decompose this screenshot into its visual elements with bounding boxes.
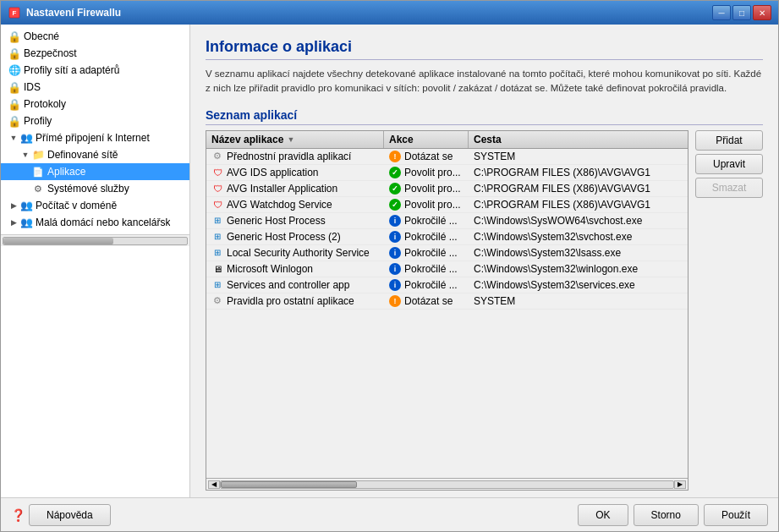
cell-action: i Pokročilé ... (384, 245, 469, 261)
table-row[interactable]: 🛡 AVG Watchdog Service ✓ Povolit pro... … (206, 197, 688, 213)
table-body[interactable]: ⚙ Přednostní pravidla aplikací ! Dotázat… (206, 149, 688, 479)
sidebar-item-obecne[interactable]: 🔒 Obecné (1, 28, 189, 45)
storno-button[interactable]: Storno (634, 504, 699, 526)
scroll-right-btn[interactable]: ▶ (674, 480, 686, 489)
main-window: F Nastavení Firewallu ─ □ ✕ 🔒 Obecné (0, 0, 779, 532)
close-button[interactable]: ✕ (753, 5, 771, 20)
table-row[interactable]: ⊞ Services and controller app i Pokročil… (206, 277, 688, 293)
windows-icon: ⊞ (211, 279, 223, 291)
cell-name: 🛡 AVG Installer Application (206, 181, 384, 196)
sidebar-item-label: Obecné (24, 30, 59, 42)
cell-name: 🛡 AVG Watchdog Service (206, 197, 384, 212)
col-path[interactable]: Cesta (469, 131, 688, 148)
sidebar-wrapper: 🔒 Obecné 🔒 Bezpečnost 🌐 Profily sítí a a… (1, 25, 190, 497)
applications-table: Název aplikace ▼ Akce Cesta (206, 130, 688, 491)
title-bar: F Nastavení Firewallu ─ □ ✕ (1, 1, 778, 25)
cell-action: ✓ Povolit pro... (384, 197, 469, 212)
sidebar-item-label: Bezpečnost (24, 47, 77, 59)
table-row[interactable]: ⚙ Přednostní pravidla aplikací ! Dotázat… (206, 149, 688, 165)
cell-path: C:\PROGRAM FILES (X86)\AVG\AVG1 (469, 181, 688, 196)
buttons-panel: Přidat Upravit Smazat (695, 130, 763, 491)
cell-path: C:\Windows\System32\lsass.exe (469, 245, 688, 261)
sidebar-item-definovane[interactable]: ▼ 📁 Definované sítě (1, 146, 189, 163)
upravit-button[interactable]: Upravit (695, 154, 763, 174)
sidebar-item-label: IDS (24, 81, 41, 93)
sidebar-item-bezpecnost[interactable]: 🔒 Bezpečnost (1, 45, 189, 62)
windows-icon: ⊞ (211, 231, 223, 243)
ok-button[interactable]: OK (578, 504, 628, 526)
sidebar-item-pocitac[interactable]: ▶ 👥 Počítač v doméně (1, 197, 189, 214)
sidebar-item-label: Profily (24, 115, 52, 127)
sidebar-item-label: Přímé připojení k Internet (36, 132, 150, 144)
sidebar-item-profily-siti[interactable]: 🌐 Profily sítí a adaptérů (1, 62, 189, 79)
cell-action: ✓ Povolit pro... (384, 165, 469, 180)
sidebar-item-protokoly[interactable]: 🔒 Protokoly (1, 96, 189, 112)
help-icon: ❓ (11, 508, 25, 522)
settings-icon: ⚙ (211, 295, 223, 307)
cell-action: i Pokročilé ... (384, 277, 469, 293)
maximize-button[interactable]: □ (732, 5, 751, 20)
network-icon: 🌐 (8, 63, 21, 77)
smazat-button[interactable]: Smazat (695, 178, 763, 198)
table-row[interactable]: 🖥 Microsoft Winlogon i Pokročilé ... C:\… (206, 261, 688, 277)
shield-icon: 🔒 (8, 97, 21, 111)
person-expand-icon: 👥 (19, 131, 33, 145)
avg-icon: 🛡 (211, 167, 223, 178)
cell-name: ⊞ Generic Host Process (2) (206, 229, 384, 244)
avg-icon: 🛡 (211, 183, 223, 195)
cell-path: C:\Windows\System32\winlogon.exe (469, 261, 688, 277)
sidebar-item-label: Počítač v doméně (36, 200, 117, 211)
napoveda-button[interactable]: Nápověda (29, 504, 111, 526)
sidebar-item-label: Malá domácí nebo kancelářsk (36, 217, 170, 228)
sidebar-item-prime[interactable]: ▼ 👥 Přímé připojení k Internet (1, 129, 189, 146)
cell-path: C:\PROGRAM FILES (X86)\AVG\AVG1 (469, 197, 688, 212)
sidebar-scrollbar[interactable] (1, 234, 189, 246)
shield-icon: 🔒 (8, 114, 21, 128)
sidebar-item-label: Systémové služby (47, 183, 129, 195)
list-section-title: Seznam aplikací (206, 108, 763, 125)
cell-path: C:\PROGRAM FILES (X86)\AVG\AVG1 (469, 165, 688, 180)
minimize-button[interactable]: ─ (712, 5, 731, 20)
footer-left: ❓ Nápověda (11, 504, 111, 526)
col-action[interactable]: Akce (384, 131, 469, 148)
table-h-scrollbar-area[interactable]: ◀ ▶ (206, 478, 688, 490)
windows-icon: ⊞ (211, 247, 223, 259)
cell-action: ✓ Povolit pro... (384, 181, 469, 196)
table-row[interactable]: ⚙ Pravidla pro ostatní aplikace ! Dotáza… (206, 293, 688, 310)
h-scrollbar-thumb[interactable] (221, 481, 357, 488)
table-row[interactable]: ⊞ Generic Host Process (2) i Pokročilé .… (206, 229, 688, 245)
cell-action: i Pokročilé ... (384, 213, 469, 228)
shield-icon: 🔒 (8, 30, 21, 43)
table-row[interactable]: 🛡 AVG IDS application ✓ Povolit pro... C… (206, 165, 688, 181)
pridat-button[interactable]: Přidat (695, 130, 763, 151)
table-row[interactable]: 🛡 AVG Installer Application ✓ Povolit pr… (206, 181, 688, 197)
person-icon: 👥 (19, 199, 33, 212)
pouzit-button[interactable]: Použít (704, 504, 768, 526)
title-bar-left: F Nastavení Firewallu (8, 6, 121, 19)
sidebar-item-systemove[interactable]: ⚙ Systémové služby (1, 180, 189, 197)
action-icon: ! (389, 295, 401, 307)
sidebar-item-ids[interactable]: 🔒 IDS (1, 79, 189, 96)
cell-name: ⊞ Local Security Authority Service (206, 245, 384, 261)
action-icon: i (389, 263, 401, 275)
table-row[interactable]: ⊞ Local Security Authority Service i Pok… (206, 245, 688, 261)
table-and-buttons: Název aplikace ▼ Akce Cesta (206, 130, 763, 491)
scroll-left-btn[interactable]: ◀ (208, 480, 220, 489)
action-icon: ! (389, 151, 401, 162)
sidebar-item-mala[interactable]: ▶ 👥 Malá domácí nebo kancelářsk (1, 214, 189, 231)
main-panel: Informace o aplikaci V seznamu aplikací … (190, 25, 778, 497)
sidebar-item-aplikace[interactable]: 📄 Aplikace (1, 163, 189, 180)
sidebar-item-label: Aplikace (47, 166, 85, 178)
table-row[interactable]: ⊞ Generic Host Process i Pokročilé ... C… (206, 213, 688, 229)
window-icon: F (8, 6, 21, 19)
col-name[interactable]: Název aplikace ▼ (206, 131, 384, 148)
expand-icon: ▼ (19, 149, 31, 161)
h-scrollbar[interactable] (220, 480, 674, 489)
action-icon: ✓ (389, 199, 401, 211)
action-icon: i (389, 215, 401, 227)
cell-path: C:\Windows\System32\services.exe (469, 277, 688, 293)
col-path-label: Cesta (474, 134, 502, 145)
cell-path: SYSTEM (469, 293, 688, 309)
sidebar-item-profily[interactable]: 🔒 Profily (1, 112, 189, 129)
col-name-label: Název aplikace (211, 134, 283, 145)
